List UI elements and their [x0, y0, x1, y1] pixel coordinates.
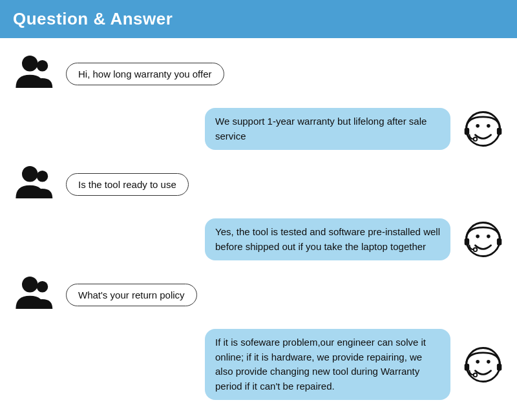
- user-icon-1: [13, 51, 58, 96]
- chat-row-q2-agent: Yes, the tool is tested and software pre…: [13, 218, 504, 260]
- svg-point-7: [474, 138, 478, 142]
- svg-rect-14: [497, 238, 501, 246]
- chat-row-q1-user: Hi, how long warranty you offer: [13, 51, 504, 96]
- bubble-q2-user: Is the tool ready to use: [66, 173, 189, 196]
- svg-point-17: [37, 281, 48, 293]
- chat-row-q1-agent: We support 1-year warranty but lifelong …: [13, 108, 504, 150]
- svg-rect-5: [465, 128, 469, 135]
- svg-point-0: [22, 56, 38, 72]
- svg-point-23: [474, 373, 478, 377]
- svg-point-12: [487, 235, 491, 238]
- user-icon-3: [13, 272, 58, 317]
- agent-icon-3: [462, 344, 504, 386]
- bubble-q2-agent: Yes, the tool is tested and software pre…: [205, 218, 450, 260]
- user-icon-2: [13, 162, 58, 207]
- svg-rect-22: [497, 363, 501, 370]
- bubble-q1-agent: We support 1-year warranty but lifelong …: [205, 108, 450, 150]
- chat-row-q3-agent: If it is sofeware problem,our engineer c…: [13, 329, 504, 400]
- svg-point-3: [476, 124, 480, 128]
- svg-rect-6: [497, 128, 501, 135]
- bubble-q1-user: Hi, how long warranty you offer: [66, 63, 224, 85]
- chat-row-q2-user: Is the tool ready to use: [13, 162, 504, 207]
- bubble-q3-agent: If it is sofeware problem,our engineer c…: [205, 329, 450, 400]
- chat-container: Hi, how long warranty you offer We suppo…: [0, 45, 517, 418]
- bubble-q3-user: What's your return policy: [66, 284, 197, 306]
- svg-point-11: [476, 235, 480, 238]
- svg-point-1: [37, 60, 48, 72]
- svg-point-4: [487, 124, 491, 128]
- svg-rect-13: [465, 238, 469, 246]
- page-title: Question & Answer: [13, 9, 504, 29]
- page-header: Question & Answer: [0, 0, 517, 38]
- svg-point-20: [487, 360, 491, 364]
- agent-icon-2: [462, 218, 504, 260]
- svg-point-8: [22, 166, 38, 182]
- chat-row-q3-user: What's your return policy: [13, 272, 504, 317]
- svg-point-9: [37, 171, 48, 182]
- svg-rect-21: [465, 363, 469, 370]
- agent-icon-1: [462, 108, 504, 150]
- svg-point-16: [22, 277, 38, 293]
- svg-point-15: [474, 248, 478, 252]
- svg-point-19: [476, 360, 480, 364]
